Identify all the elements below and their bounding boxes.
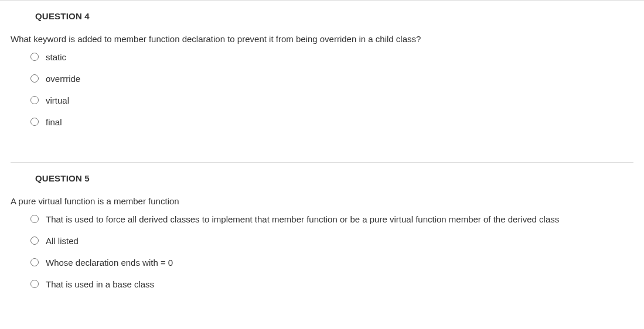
radio-option[interactable] bbox=[30, 215, 39, 223]
options-list: That is used to force all derived classe… bbox=[30, 214, 644, 289]
option-row: static bbox=[30, 52, 644, 62]
option-label[interactable]: That is used in a base class bbox=[46, 279, 154, 289]
options-list: static overrride virtual final bbox=[30, 52, 644, 127]
option-row: That is used to force all derived classe… bbox=[30, 214, 644, 224]
option-row: final bbox=[30, 117, 644, 127]
option-label[interactable]: final bbox=[46, 117, 62, 127]
radio-option[interactable] bbox=[30, 74, 39, 83]
question-block-5: QUESTION 5 A pure virtual function is a … bbox=[0, 163, 644, 324]
radio-option[interactable] bbox=[30, 53, 39, 61]
option-row: That is used in a base class bbox=[30, 279, 644, 289]
question-text: What keyword is added to member function… bbox=[11, 34, 644, 44]
radio-option[interactable] bbox=[30, 237, 39, 245]
radio-option[interactable] bbox=[30, 258, 39, 266]
option-row: overrride bbox=[30, 74, 644, 84]
option-label[interactable]: static bbox=[46, 52, 66, 62]
option-label[interactable]: overrride bbox=[46, 74, 80, 84]
radio-option[interactable] bbox=[30, 280, 39, 288]
option-label[interactable]: Whose declaration ends with = 0 bbox=[46, 258, 173, 268]
option-row: All listed bbox=[30, 236, 644, 246]
option-label[interactable]: That is used to force all derived classe… bbox=[46, 214, 559, 224]
question-title: QUESTION 5 bbox=[35, 173, 644, 183]
option-label[interactable]: virtual bbox=[46, 95, 69, 105]
question-title: QUESTION 4 bbox=[35, 11, 644, 21]
option-row: virtual bbox=[30, 95, 644, 105]
radio-option[interactable] bbox=[30, 118, 39, 126]
question-block-4: QUESTION 4 What keyword is added to memb… bbox=[0, 0, 644, 162]
question-text: A pure virtual function is a member func… bbox=[11, 196, 644, 206]
radio-option[interactable] bbox=[30, 96, 39, 104]
option-row: Whose declaration ends with = 0 bbox=[30, 258, 644, 268]
option-label[interactable]: All listed bbox=[46, 236, 79, 246]
